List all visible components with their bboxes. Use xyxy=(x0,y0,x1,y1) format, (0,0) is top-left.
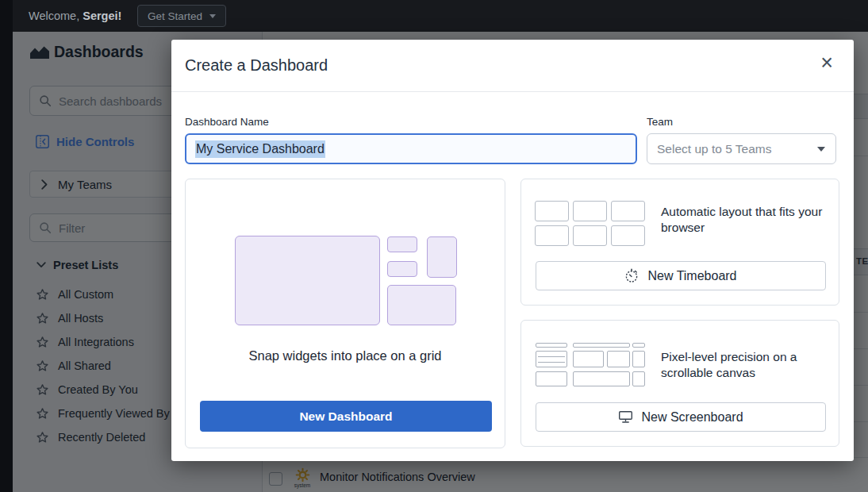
close-icon[interactable]: × xyxy=(820,52,833,74)
welcome-text: Welcome, Sergei! xyxy=(29,10,121,22)
selected-text: My Service Dashboard xyxy=(195,140,325,158)
get-started-label: Get Started xyxy=(148,10,202,22)
timeboard-card: Automatic layout that fits your browser … xyxy=(520,179,839,306)
new-screenboard-label: New Screenboard xyxy=(641,410,743,425)
monitor-icon xyxy=(618,410,633,424)
caret-down-icon xyxy=(817,147,825,152)
new-timeboard-button[interactable]: New Timeboard xyxy=(536,261,826,290)
get-started-button[interactable]: Get Started xyxy=(137,5,226,27)
timeboard-illustration xyxy=(535,201,647,246)
topbar: Welcome, Sergei! Get Started xyxy=(13,0,868,32)
create-dashboard-modal: Create a Dashboard × Dashboard Name My S… xyxy=(171,40,854,461)
team-select[interactable]: Select up to 5 Teams xyxy=(647,133,836,164)
modal-title: Create a Dashboard xyxy=(185,56,328,75)
timeboard-description: Automatic layout that fits your browser xyxy=(661,204,835,236)
team-select-placeholder: Select up to 5 Teams xyxy=(657,142,771,156)
new-timeboard-label: New Timeboard xyxy=(647,269,736,283)
modal-header-divider xyxy=(171,91,854,92)
new-dashboard-button[interactable]: New Dashboard xyxy=(200,401,492,432)
screenboard-card: Pixel-level precision on a scrollable ca… xyxy=(520,320,839,447)
widget-placeholder xyxy=(387,236,417,252)
grid-dashboard-card: Snap widgets into place on a grid New Da… xyxy=(185,179,505,448)
grid-card-caption: Snap widgets into place on a grid xyxy=(186,348,505,363)
dashboard-name-label: Dashboard Name xyxy=(185,116,269,128)
dashboard-name-input[interactable]: My Service Dashboard xyxy=(185,133,637,164)
screenboard-illustration xyxy=(536,343,659,389)
caret-down-icon xyxy=(209,14,216,18)
screenboard-description: Pixel-level precision on a scrollable ca… xyxy=(661,349,824,382)
user-name: Sergei! xyxy=(83,10,121,22)
widget-placeholder xyxy=(387,285,456,325)
new-screenboard-button[interactable]: New Screenboard xyxy=(536,402,826,432)
left-nav-rail xyxy=(0,0,13,492)
team-label: Team xyxy=(647,116,673,128)
app-screen: Dashboards Hide Controls My Teams xyxy=(0,0,868,492)
widget-placeholder xyxy=(235,236,380,325)
stopwatch-icon xyxy=(624,268,639,283)
widget-placeholder xyxy=(387,261,417,277)
widget-placeholder xyxy=(427,236,457,278)
